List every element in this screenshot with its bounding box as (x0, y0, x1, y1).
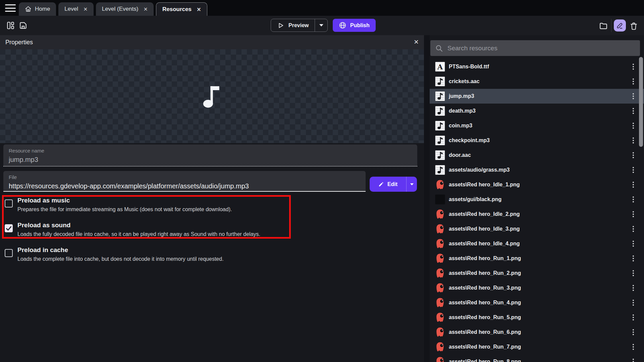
resource-menu-button[interactable] (631, 298, 635, 307)
option-label: Preload as music (17, 196, 232, 205)
search-box (430, 40, 640, 56)
edit-button[interactable]: Edit (370, 181, 406, 187)
red-hero-sprite-icon (436, 357, 444, 362)
option-description: Loads the fully decoded file into cache,… (17, 231, 260, 238)
resource-menu-button[interactable] (631, 254, 635, 263)
resource-row[interactable]: death.mp3 (430, 104, 644, 118)
resource-name: assets\Red hero_Idle_4.png (449, 241, 520, 247)
resource-row[interactable]: assets\Red hero_Idle_4.png (430, 236, 644, 251)
option-label: Preload in cache (17, 246, 224, 254)
resource-row[interactable]: assets\Red hero_Run_4.png (430, 295, 644, 310)
close-icon[interactable]: × (414, 38, 419, 46)
tab-label: Level (Events) (102, 6, 139, 12)
resource-menu-button[interactable] (631, 107, 635, 115)
resource-menu-button[interactable] (631, 357, 635, 362)
preview-options-button[interactable] (315, 19, 327, 32)
resource-row[interactable]: assets\Red hero_Run_6.png (430, 325, 644, 340)
resource-row[interactable]: coin.mp3 (430, 118, 644, 133)
resource-row[interactable]: assets\Red hero_Run_7.png (430, 340, 644, 354)
resource-menu-button[interactable] (631, 180, 635, 189)
resource-menu-button[interactable] (631, 284, 635, 292)
edit-button-group: Edit (370, 177, 417, 192)
resource-name-field[interactable]: Resource name jump.mp3 (3, 144, 417, 167)
resource-menu-button[interactable] (631, 225, 635, 233)
resource-menu-button[interactable] (631, 121, 635, 130)
resource-menu-button[interactable] (631, 151, 635, 160)
preview-button[interactable]: Preview (271, 19, 315, 32)
resource-row[interactable]: assets\Red hero_Run_1.png (430, 251, 644, 266)
close-icon[interactable]: × (84, 6, 88, 12)
audio-file-icon (435, 150, 445, 160)
resource-menu-button[interactable] (631, 328, 635, 337)
resource-menu-button[interactable] (631, 343, 635, 351)
edit-properties-tool-button[interactable] (614, 19, 626, 32)
chevron-down-icon (410, 183, 414, 186)
folder-icon (599, 21, 608, 30)
resource-row[interactable]: assets\Red hero_Run_3.png (430, 281, 644, 295)
preload-options: Preload as music Prepares the file for i… (5, 196, 307, 270)
properties-panel: Properties × Resource name jump.mp3 File… (0, 35, 424, 362)
play-icon (277, 22, 284, 29)
tab-home[interactable]: Home (19, 2, 56, 16)
tab-level-events[interactable]: Level (Events) × (96, 2, 154, 16)
resource-menu-button[interactable] (631, 166, 635, 174)
preload-in-cache-checkbox[interactable] (5, 249, 13, 257)
audio-file-icon (435, 135, 445, 145)
open-folder-button[interactable] (598, 21, 608, 31)
resource-menu-button[interactable] (631, 239, 635, 248)
resource-menu-button[interactable] (631, 313, 635, 322)
red-hero-sprite-icon (436, 268, 444, 278)
resource-row[interactable]: assets\Red hero_Run_5.png (430, 310, 644, 325)
resource-row[interactable]: assets\Red hero_Idle_3.png (430, 222, 644, 236)
resource-row[interactable]: assets\Red hero_Run_8.png (430, 354, 644, 362)
resource-menu-button[interactable] (631, 62, 635, 71)
resource-row[interactable]: assets\Red hero_Idle_1.png (430, 177, 644, 192)
red-hero-sprite-icon (436, 239, 444, 249)
resource-name: assets\Red hero_Run_1.png (449, 255, 521, 261)
red-hero-sprite-icon (436, 283, 444, 293)
tab-resources[interactable]: Resources × (156, 2, 207, 16)
main-menu-button[interactable] (5, 4, 16, 12)
file-field[interactable]: File https://resources.gdevelop-app.com/… (3, 171, 366, 192)
open-panels-button[interactable] (5, 20, 15, 31)
red-hero-sprite-icon (436, 327, 444, 337)
resource-row[interactable]: assets/gui/black.png (430, 192, 644, 207)
save-icon (19, 21, 28, 30)
option-label: Preload as sound (17, 221, 260, 230)
resource-menu-button[interactable] (631, 210, 635, 219)
tab-level[interactable]: Level × (58, 2, 93, 16)
option-description: Prepares the file for immediate streamin… (17, 206, 232, 213)
search-input[interactable] (447, 45, 635, 52)
resource-menu-button[interactable] (631, 269, 635, 278)
resource-menu-button[interactable] (631, 195, 635, 204)
edit-options-button[interactable] (406, 177, 417, 192)
resource-name: jump.mp3 (449, 93, 474, 99)
resource-menu-button[interactable] (631, 136, 635, 145)
resource-row[interactable]: APTSans-Bold.ttf (430, 59, 644, 74)
chevron-down-icon (319, 24, 324, 27)
resource-row[interactable]: crickets.aac (430, 74, 644, 89)
resource-row[interactable]: assets\Red hero_Idle_2.png (430, 207, 644, 222)
save-button[interactable] (18, 20, 28, 31)
toolbar: Preview Publish (0, 16, 644, 35)
resource-row[interactable]: door.aac (430, 148, 644, 163)
close-icon[interactable]: × (197, 6, 201, 13)
red-hero-sprite-icon (436, 253, 444, 263)
publish-label: Publish (350, 22, 370, 28)
resource-row[interactable]: assets\Red hero_Run_2.png (430, 266, 644, 281)
delete-resource-button[interactable] (629, 21, 639, 31)
preload-as-music-checkbox[interactable] (5, 199, 13, 207)
trash-icon (630, 22, 638, 30)
resource-name: crickets.aac (449, 78, 480, 84)
resource-menu-button[interactable] (631, 92, 635, 101)
resource-row[interactable]: checkpoint.mp3 (430, 133, 644, 148)
publish-button[interactable]: Publish (333, 19, 376, 32)
sidebar-scrollbar[interactable] (639, 57, 643, 147)
resource-menu-button[interactable] (631, 77, 635, 86)
close-icon[interactable]: × (144, 6, 148, 12)
resource-row[interactable]: assets/audio/grass.mp3 (430, 163, 644, 177)
preload-as-sound-checkbox[interactable] (5, 224, 13, 232)
resource-row[interactable]: jump.mp3 (430, 89, 644, 104)
file-value: https://resources.gdevelop-app.com/examp… (9, 182, 360, 190)
svg-text:A: A (437, 63, 443, 71)
